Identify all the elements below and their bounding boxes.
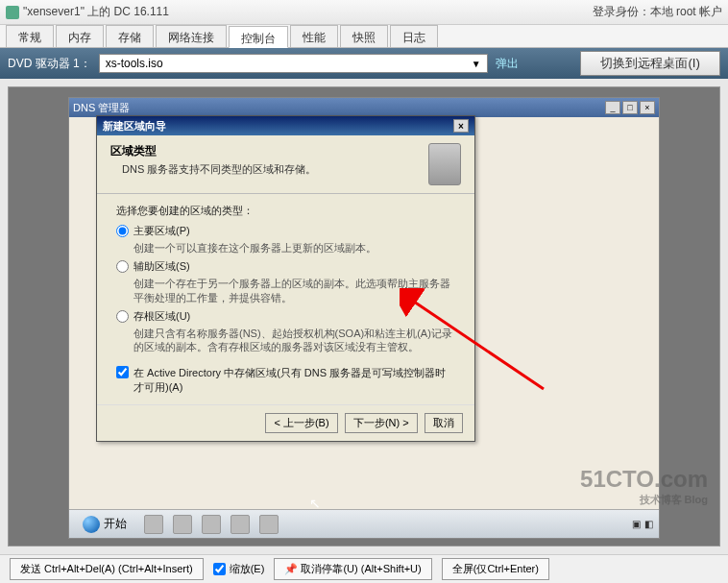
console-toolbar: DVD 驱动器 1： xs-tools.iso ▼ 弹出 切换到远程桌面(I) (0, 48, 728, 79)
tray-icon[interactable]: ◧ (644, 519, 653, 529)
back-button[interactable]: < 上一步(B) (265, 413, 337, 433)
zone-option-desc: 创建一个存在于另一个服务器上的区域的副本。此选项帮助主服务器平衡处理的工作量，并… (133, 277, 455, 305)
watermark-main: 51CTO.com (580, 466, 708, 492)
watermark: 51CTO.com 技术博客 Blog (580, 466, 708, 507)
dialog-close-button[interactable]: × (453, 119, 469, 133)
taskbar-icon[interactable] (173, 515, 192, 534)
eject-link[interactable]: 弹出 (496, 56, 519, 72)
dvd-value: xs-tools.iso (106, 57, 163, 70)
zone-option-row: 辅助区域(S) (116, 259, 455, 274)
undock-button[interactable]: 📌 取消停靠(U) (Alt+Shift+U) (274, 558, 431, 580)
zone-radio[interactable] (116, 260, 129, 273)
taskbar-icon[interactable] (202, 515, 221, 534)
dvd-label: DVD 驱动器 1： (8, 56, 91, 72)
window-title: "xensever1" 上的 DC 16.111 (23, 4, 169, 20)
start-label: 开始 (104, 516, 127, 532)
zone-option-desc: 创建一个可以直接在这个服务器上更新的区域副本。 (133, 241, 455, 255)
start-orb-icon (83, 516, 100, 533)
undock-label: 取消停靠(U) (Alt+Shift+U) (301, 563, 421, 574)
zone-option-label[interactable]: 主要区域(P) (133, 224, 190, 238)
new-zone-wizard-dialog: 新建区域向导 × 区域类型 DNS 服务器支持不同类型的区域和存储。 选择您要创… (96, 115, 475, 442)
fullscreen-button[interactable]: 全屏(仅Ctrl+Enter) (442, 558, 549, 580)
tab-内存[interactable]: 内存 (56, 25, 104, 47)
cancel-button[interactable]: 取消 (425, 413, 463, 433)
send-ctrl-alt-del-button[interactable]: 发送 Ctrl+Alt+Del(A) (Ctrl+Alt+Insert) (10, 558, 204, 580)
taskbar-icon[interactable] (144, 515, 163, 534)
dialog-body: 选择您要创建的区域的类型： 主要区域(P)创建一个可以直接在这个服务器上更新的区… (97, 194, 474, 404)
zone-radio[interactable] (116, 310, 129, 323)
zone-option-desc: 创建只含有名称服务器(NS)、起始授权机构(SOA)和粘连主机(A)记录的区域的… (133, 327, 455, 355)
dropdown-arrow-icon: ▼ (472, 59, 481, 69)
zone-type-prompt: 选择您要创建的区域的类型： (116, 204, 455, 218)
zone-option-label[interactable]: 存根区域(U) (133, 309, 190, 324)
scale-checkbox[interactable] (213, 563, 226, 575)
taskbar-icon[interactable] (259, 515, 279, 534)
dns-manager-titlebar: DNS 管理器 _ □ × (69, 98, 659, 117)
console-bottom-bar: 发送 Ctrl+Alt+Del(A) (Ctrl+Alt+Insert) 缩放(… (0, 554, 728, 583)
switch-remote-desktop-button[interactable]: 切换到远程桌面(I) (580, 51, 720, 76)
zone-option-row: 主要区域(P) (116, 224, 455, 238)
tab-控制台[interactable]: 控制台 (229, 26, 288, 48)
zone-option-row: 存根区域(U) (116, 309, 455, 324)
dns-manager-title: DNS 管理器 (73, 101, 130, 115)
server-icon (428, 143, 461, 185)
tab-快照[interactable]: 快照 (340, 25, 388, 47)
watermark-sub: 技术博客 Blog (580, 493, 708, 507)
scale-checkbox-row[interactable]: 缩放(E) (213, 562, 265, 576)
tray-icon[interactable]: ▣ (632, 519, 641, 529)
dialog-titlebar: 新建区域向导 × (97, 116, 474, 135)
dialog-title-text: 新建区域向导 (103, 119, 166, 134)
dns-manager-window: DNS 管理器 _ □ × 新建区域向导 × 区域类型 DNS 服务器支持不同类… (68, 97, 660, 539)
zone-radio[interactable] (116, 225, 129, 237)
quick-launch (144, 515, 279, 534)
tab-性能[interactable]: 性能 (290, 25, 338, 47)
store-in-ad-label[interactable]: 在 Active Directory 中存储区域(只有 DNS 服务器是可写域控… (133, 366, 455, 395)
scale-label: 缩放(E) (230, 562, 265, 576)
app-titlebar: "xensever1" 上的 DC 16.111 登录身份：本地 root 帐户 (0, 0, 728, 25)
tab-存储[interactable]: 存储 (106, 25, 154, 47)
app-icon (6, 6, 19, 19)
dvd-drive-select[interactable]: xs-tools.iso ▼ (99, 54, 488, 73)
zone-type-heading: 区域类型 (110, 143, 428, 159)
pin-icon: 📌 (284, 563, 298, 574)
tab-网络连接[interactable]: 网络连接 (156, 25, 227, 47)
store-in-ad-checkbox-row: 在 Active Directory 中存储区域(只有 DNS 服务器是可写域控… (116, 366, 455, 395)
login-status: 登录身份：本地 root 帐户 (593, 4, 722, 20)
tab-日志[interactable]: 日志 (390, 25, 438, 47)
zone-type-subheading: DNS 服务器支持不同类型的区域和存储。 (122, 162, 428, 177)
windows-taskbar: 开始 ▣ ◧ (69, 509, 659, 538)
console-viewport[interactable]: DNS 管理器 _ □ × 新建区域向导 × 区域类型 DNS 服务器支持不同类… (8, 86, 720, 547)
store-in-ad-checkbox[interactable] (116, 366, 129, 378)
system-tray[interactable]: ▣ ◧ (632, 519, 653, 529)
dialog-header: 区域类型 DNS 服务器支持不同类型的区域和存储。 (97, 135, 474, 194)
minimize-button[interactable]: _ (605, 101, 620, 114)
maximize-button[interactable]: □ (622, 101, 638, 114)
dialog-footer: < 上一步(B) 下一步(N) > 取消 (97, 404, 474, 441)
tab-strip: 常规内存存储网络连接控制台性能快照日志 (0, 25, 728, 48)
tab-常规[interactable]: 常规 (6, 25, 54, 47)
zone-option-label[interactable]: 辅助区域(S) (133, 259, 190, 274)
taskbar-icon[interactable] (231, 515, 250, 534)
next-button[interactable]: 下一步(N) > (345, 413, 418, 433)
start-button[interactable]: 开始 (75, 514, 134, 535)
close-button[interactable]: × (640, 101, 655, 114)
